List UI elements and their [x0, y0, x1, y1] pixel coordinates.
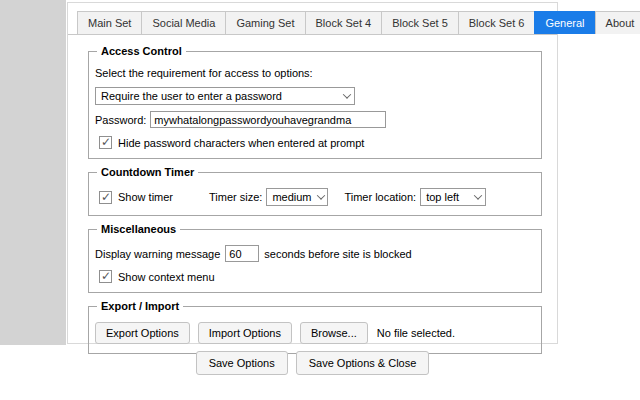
export-import-section: Export / Import Export Options Import Op… — [88, 300, 542, 354]
tab-bar: Main Set Social Media Gaming Set Block S… — [68, 3, 557, 35]
tab-block-set-6[interactable]: Block Set 6 — [458, 11, 536, 34]
tab-about[interactable]: About — [595, 11, 640, 34]
timer-size-value: medium — [272, 191, 311, 203]
export-import-legend: Export / Import — [97, 300, 183, 312]
export-options-button[interactable]: Export Options — [95, 322, 190, 344]
chevron-down-icon — [474, 191, 482, 199]
footer-actions: Save Options Save Options & Close — [67, 351, 558, 375]
miscellaneous-legend: Miscellaneous — [97, 223, 180, 235]
warning-message-suffix: seconds before site is blocked — [264, 248, 411, 260]
access-control-section: Access Control Select the requirement fo… — [88, 45, 542, 159]
timer-size-select[interactable]: medium — [266, 188, 328, 206]
tab-social-media[interactable]: Social Media — [141, 11, 226, 34]
file-status-text: No file selected. — [377, 327, 455, 339]
show-timer-checkbox[interactable] — [99, 191, 112, 204]
tab-block-set-4[interactable]: Block Set 4 — [305, 11, 383, 34]
tab-main-set[interactable]: Main Set — [77, 11, 142, 34]
save-options-close-button[interactable]: Save Options & Close — [296, 351, 430, 375]
countdown-timer-legend: Countdown Timer — [97, 166, 198, 178]
browse-button[interactable]: Browse... — [300, 322, 368, 344]
tab-gaming-set[interactable]: Gaming Set — [225, 11, 305, 34]
countdown-timer-section: Countdown Timer Show timer Timer size: m… — [88, 166, 542, 216]
miscellaneous-section: Miscellaneous Display warning message se… — [88, 223, 542, 293]
timer-location-select[interactable]: top left — [420, 188, 486, 206]
import-options-button[interactable]: Import Options — [198, 322, 292, 344]
chevron-down-icon — [343, 90, 351, 98]
warning-seconds-field[interactable] — [225, 245, 259, 262]
timer-location-value: top left — [426, 191, 459, 203]
tab-block-set-5[interactable]: Block Set 5 — [381, 11, 459, 34]
access-control-legend: Access Control — [97, 45, 186, 57]
show-timer-label: Show timer — [118, 191, 173, 203]
options-panel: Main Set Social Media Gaming Set Block S… — [67, 2, 558, 344]
requirement-label: Select the requirement for access to opt… — [95, 67, 313, 79]
timer-size-label: Timer size: — [209, 191, 262, 203]
show-context-menu-label: Show context menu — [118, 271, 215, 283]
save-options-button[interactable]: Save Options — [196, 351, 288, 375]
requirement-select[interactable]: Require the user to enter a password — [95, 87, 355, 105]
password-label: Password: — [95, 114, 146, 126]
tab-general[interactable]: General — [534, 11, 595, 34]
timer-location-label: Timer location: — [344, 191, 416, 203]
hide-password-label: Hide password characters when entered at… — [118, 137, 364, 149]
warning-message-prefix: Display warning message — [95, 248, 220, 260]
hide-password-checkbox[interactable] — [99, 136, 112, 149]
password-field[interactable] — [150, 111, 386, 128]
requirement-select-value: Require the user to enter a password — [101, 90, 282, 102]
show-context-menu-checkbox[interactable] — [99, 270, 112, 283]
page-background-strip — [0, 0, 66, 345]
chevron-down-icon — [316, 191, 324, 199]
